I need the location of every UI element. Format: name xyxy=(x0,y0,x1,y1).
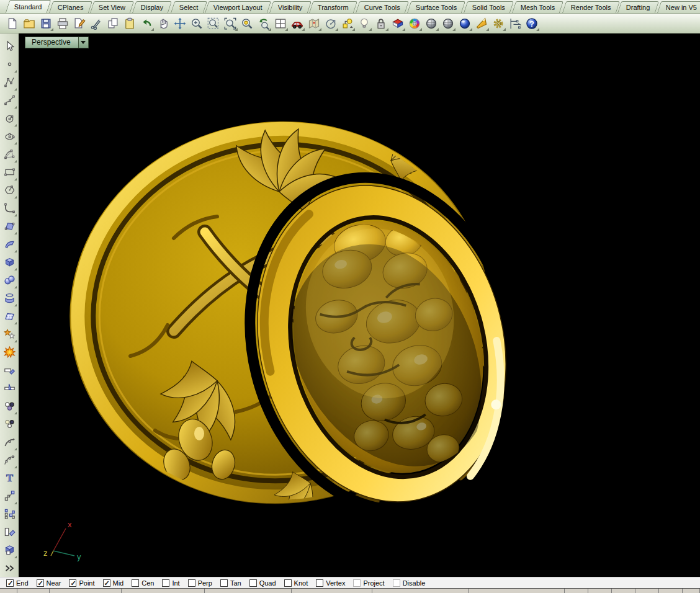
dimension-button[interactable] xyxy=(506,16,523,32)
checkbox[interactable] xyxy=(284,579,292,587)
osnap-end[interactable]: End xyxy=(6,579,29,587)
tool-surface-from-mesh[interactable] xyxy=(1,307,17,325)
zoom-extents-button[interactable] xyxy=(222,16,238,32)
viewport-title-dropdown[interactable] xyxy=(79,37,89,48)
osnap-near[interactable]: Near xyxy=(37,579,61,587)
help-button[interactable] xyxy=(523,16,540,32)
tool-ellipse[interactable] xyxy=(1,127,17,145)
render-button[interactable] xyxy=(473,16,490,32)
checkbox[interactable] xyxy=(353,579,361,587)
osnap-disable[interactable]: Disable xyxy=(393,579,426,587)
checkbox[interactable] xyxy=(220,579,228,587)
group-objects-button[interactable] xyxy=(339,16,356,32)
checkbox[interactable] xyxy=(6,579,14,587)
tab-set-view[interactable]: Set View xyxy=(90,1,134,13)
zoom-selected-button[interactable] xyxy=(238,16,255,32)
undo-view-change-button[interactable] xyxy=(255,16,272,32)
tool-boolean[interactable] xyxy=(1,325,17,343)
lock-button[interactable] xyxy=(372,16,389,32)
viewport-title-label[interactable]: Perspective xyxy=(25,37,79,48)
zoom-dynamic-button[interactable] xyxy=(188,16,205,32)
tool-move-scale[interactable] xyxy=(1,487,17,505)
osnap-project[interactable]: Project xyxy=(353,579,384,587)
osnap-tan[interactable]: Tan xyxy=(220,579,241,587)
tool-sphere[interactable] xyxy=(1,271,17,289)
tab-visibility[interactable]: Visibility xyxy=(269,1,312,13)
tab-transform[interactable]: Transform xyxy=(309,1,357,13)
tab-cplanes[interactable]: CPlanes xyxy=(49,1,92,13)
tool-polygon[interactable] xyxy=(1,181,17,199)
tool-fillet[interactable] xyxy=(1,433,17,451)
copy-button[interactable] xyxy=(104,16,121,32)
checkbox[interactable] xyxy=(37,579,44,587)
tool-curved-surface[interactable] xyxy=(1,235,17,253)
tab-drafting[interactable]: Drafting xyxy=(617,1,659,13)
checkbox[interactable] xyxy=(69,579,76,587)
checkbox[interactable] xyxy=(188,579,195,587)
open-file-button[interactable] xyxy=(20,16,37,32)
color-wheel-button[interactable] xyxy=(406,16,423,32)
osnap-cen[interactable]: Cen xyxy=(132,579,154,587)
checkbox[interactable] xyxy=(162,579,169,587)
tool-circle[interactable] xyxy=(1,109,17,127)
tool-select[interactable] xyxy=(1,37,17,55)
print-button[interactable] xyxy=(54,16,71,32)
osnap-vertex[interactable]: Vertex xyxy=(316,579,345,587)
zoom-window-button[interactable] xyxy=(205,16,222,32)
tool-explode[interactable] xyxy=(1,343,17,361)
layer-wedge-button[interactable] xyxy=(389,16,406,32)
tab-solid-tools[interactable]: Solid Tools xyxy=(464,1,514,13)
tool-join[interactable] xyxy=(1,397,17,415)
tab-surface-tools[interactable]: Surface Tools xyxy=(407,1,466,13)
set-cplane-button[interactable] xyxy=(322,16,339,32)
osnap-perp[interactable]: Perp xyxy=(188,579,212,587)
perspective-viewport[interactable]: Perspective x y z xyxy=(19,33,700,577)
paste-button[interactable] xyxy=(121,16,138,32)
osnap-mid[interactable]: Mid xyxy=(103,579,124,587)
properties-button[interactable] xyxy=(71,16,88,32)
tool-text[interactable] xyxy=(1,469,17,487)
ring-model[interactable] xyxy=(19,33,700,577)
tool-curve-blend[interactable] xyxy=(1,199,17,217)
osnap-int[interactable]: Int xyxy=(162,579,179,587)
tool-split[interactable] xyxy=(1,379,17,397)
tool-extrude[interactable] xyxy=(1,289,17,307)
lights-button[interactable] xyxy=(356,16,372,32)
tool-rectangle[interactable] xyxy=(1,163,17,181)
tool-box[interactable] xyxy=(1,253,17,271)
tool-rebuild[interactable] xyxy=(1,451,17,469)
undo-button[interactable] xyxy=(138,16,155,32)
tab-render-tools[interactable]: Render Tools xyxy=(562,1,620,13)
tab-standard[interactable]: Standard xyxy=(6,0,51,13)
tool-group[interactable] xyxy=(1,415,17,433)
tool-polyline[interactable] xyxy=(1,73,17,91)
cut-button[interactable] xyxy=(88,16,104,32)
tool-trim[interactable] xyxy=(1,361,17,379)
tool-more[interactable] xyxy=(1,559,17,577)
checkbox[interactable] xyxy=(249,579,257,587)
checkbox[interactable] xyxy=(132,579,139,587)
cplane-button[interactable] xyxy=(305,16,322,32)
checkbox[interactable] xyxy=(103,579,110,587)
tab-mesh-tools[interactable]: Mesh Tools xyxy=(512,1,564,13)
osnap-knot[interactable]: Knot xyxy=(284,579,308,587)
tab-display[interactable]: Display xyxy=(132,1,172,13)
viewport-layout-button[interactable] xyxy=(272,16,289,32)
pan-button[interactable] xyxy=(155,16,171,32)
tool-solid-tools[interactable] xyxy=(1,541,17,559)
tool-point[interactable] xyxy=(1,55,17,73)
checkbox[interactable] xyxy=(316,579,323,587)
new-file-button[interactable] xyxy=(4,16,20,32)
osnap-quad[interactable]: Quad xyxy=(249,579,276,587)
checkbox[interactable] xyxy=(393,579,400,587)
ghosted-viewport-button[interactable] xyxy=(439,16,456,32)
tool-hatch[interactable] xyxy=(1,523,17,541)
render-preview-button[interactable] xyxy=(456,16,473,32)
tab-new-in-v5[interactable]: New in V5 xyxy=(657,1,700,13)
tool-array[interactable] xyxy=(1,505,17,523)
tool-arc[interactable] xyxy=(1,145,17,163)
options-button[interactable] xyxy=(490,16,506,32)
tool-surface[interactable] xyxy=(1,217,17,235)
named-view-button[interactable] xyxy=(289,16,305,32)
tab-curve-tools[interactable]: Curve Tools xyxy=(356,1,409,13)
